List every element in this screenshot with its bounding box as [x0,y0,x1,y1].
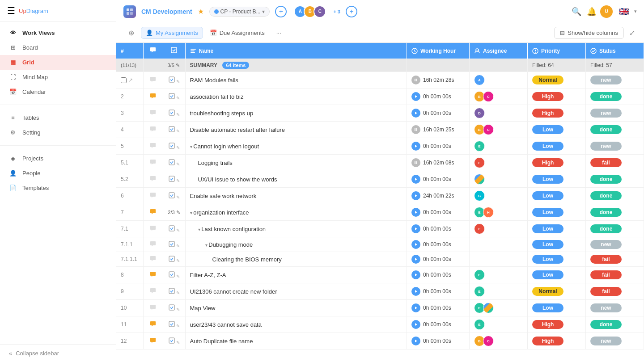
cell-chat[interactable] [143,138,163,155]
col-header-working-hour[interactable]: Working Hour [407,43,470,59]
cell-check[interactable]: ✎ [163,138,185,155]
sidebar-item-mindmap[interactable]: ⛶ Mind Map [0,70,116,84]
cell-priority[interactable]: Normal [528,72,586,88]
cell-check[interactable]: ✎ [163,105,185,122]
table-row[interactable]: 3 ✎troubleshooting steps up0h 00m 00sDHi… [116,105,644,122]
cell-priority[interactable]: Low [528,138,586,155]
cell-status[interactable]: fail [586,252,644,267]
table-row[interactable]: 7.1.1.1 ✎Clearing the BIOS memory0h 00m … [116,252,644,267]
star-icon[interactable]: ★ [198,7,204,16]
cell-chat[interactable] [143,237,163,252]
col-header-status[interactable]: Status [586,43,644,59]
col-header-num[interactable]: # [116,43,143,59]
play-pause-button[interactable] [411,125,420,134]
col-header-priority[interactable]: Priority [528,43,586,59]
cell-check[interactable]: ✎ [163,333,185,349]
add-item-button[interactable]: ⊕ [123,26,139,40]
table-row[interactable]: 9 ✎UI21306 cannot create new folder0h 00… [116,283,644,300]
table-row[interactable]: 7.1 ✎▾ Last known configuration0h 00m 00… [116,221,644,237]
cell-chat[interactable] [143,105,163,122]
table-row[interactable]: 5.2 ✎UX/UI issue to show the words0h 00m… [116,171,644,188]
cell-status[interactable]: done [586,171,644,188]
cell-status[interactable]: new [586,105,644,122]
table-row[interactable]: 5 ✎▾ Cannot login when logout0h 00m 00sE… [116,138,644,155]
cell-status[interactable]: done [586,204,644,221]
cell-status[interactable]: done [586,122,644,138]
table-row[interactable]: 6 ✎Enable safe work network24h 00m 22sGL… [116,188,644,204]
play-pause-button[interactable] [411,191,420,200]
cell-status[interactable]: done [586,316,644,333]
cell-priority[interactable]: Low [528,267,586,283]
sidebar-item-people[interactable]: 👤 People [0,166,116,181]
play-pause-button[interactable] [411,208,420,217]
play-pause-button[interactable] [411,142,420,151]
col-header-assignee[interactable]: Assignee [470,43,528,59]
cell-status[interactable]: fail [586,155,644,171]
play-pause-button[interactable] [411,92,420,101]
cell-chat[interactable] [143,333,163,349]
cell-priority[interactable]: High [528,155,586,171]
table-row[interactable]: 10 ✎Map View0h 00m 00sELownew [116,300,644,316]
cell-priority[interactable]: Low [528,252,586,267]
cell-check[interactable]: ✎ [163,316,185,333]
cell-check[interactable]: ✎ [163,283,185,300]
sidebar-item-templates[interactable]: 📄 Templates [0,181,116,195]
cell-status[interactable]: fail [586,267,644,283]
cell-status[interactable]: done [586,221,644,237]
cell-status[interactable]: new [586,138,644,155]
add-status-button[interactable]: + [275,6,287,17]
cell-status[interactable]: new [586,333,644,349]
search-icon[interactable]: 🔍 [572,7,581,17]
table-row[interactable]: 72/3 ✎▾ organization interface0h 00m 00s… [116,204,644,221]
cell-check[interactable]: ✎ [163,221,185,237]
play-pause-button[interactable] [411,109,420,118]
cell-check[interactable]: ✎ [163,171,185,188]
cell-priority[interactable]: Low [528,122,586,138]
cell-chat[interactable] [143,122,163,138]
cell-check[interactable]: ✎ [163,237,185,252]
cell-chat[interactable] [143,155,163,171]
cell-chat[interactable] [143,188,163,204]
play-pause-button[interactable] [411,303,420,312]
play-pause-button[interactable] [411,287,420,296]
cell-chat[interactable] [143,88,163,105]
user-avatar[interactable]: U [599,4,614,19]
sidebar-item-board[interactable]: ⊞ Board [0,40,116,55]
cell-status[interactable]: fail [586,283,644,300]
cell-priority[interactable]: Low [528,188,586,204]
cell-check[interactable]: ✎ [163,188,185,204]
cell-priority[interactable]: Low [528,204,586,221]
cell-priority[interactable]: Low [528,171,586,188]
cell-check[interactable]: ✎ [163,300,185,316]
col-header-name[interactable]: Name [185,43,407,59]
col-header-chat[interactable] [143,43,163,59]
cell-chat[interactable] [143,252,163,267]
sidebar-item-grid[interactable]: ▦ Grid [0,55,116,70]
row-checkbox[interactable] [121,77,127,83]
cell-check[interactable]: 2/3 ✎ [163,204,185,221]
table-row[interactable]: 5.1 ✎Logging trails16h 02m 08sFHighfail [116,155,644,171]
cell-status[interactable]: new [586,237,644,252]
project-status-tag[interactable]: CP - Product B... ▾ [209,7,270,17]
cell-chat[interactable] [143,171,163,188]
cell-status[interactable]: done [586,188,644,204]
cell-chat[interactable] [143,300,163,316]
data-table-container[interactable]: # Name [116,43,644,362]
external-link-icon[interactable]: ↗ [128,77,133,83]
add-member-button[interactable]: + [346,6,357,17]
collapse-sidebar-button[interactable]: « Collapse sidebar [0,344,116,362]
play-pause-button[interactable] [411,337,420,345]
play-pause-button[interactable] [411,224,420,233]
cell-check[interactable]: ✎ [163,252,185,267]
flag-dropdown[interactable]: ▾ [634,8,637,14]
table-row[interactable]: 11 ✎user23/43 cannot save data0h 00m 00s… [116,316,644,333]
cell-status[interactable]: new [586,300,644,316]
notification-icon[interactable]: 🔔 [587,7,597,17]
table-row[interactable]: ↗ ✎RAM Modules fails16h 02m 28sANormalne… [116,72,644,88]
cell-priority[interactable]: High [528,105,586,122]
cell-check[interactable]: ✎ [163,72,185,88]
sidebar-item-setting[interactable]: ⚙ Setting [0,125,116,140]
play-pause-button[interactable] [411,76,420,84]
language-flag-icon[interactable]: 🇬🇧 [619,7,629,17]
cell-check[interactable]: ✎ [163,155,185,171]
